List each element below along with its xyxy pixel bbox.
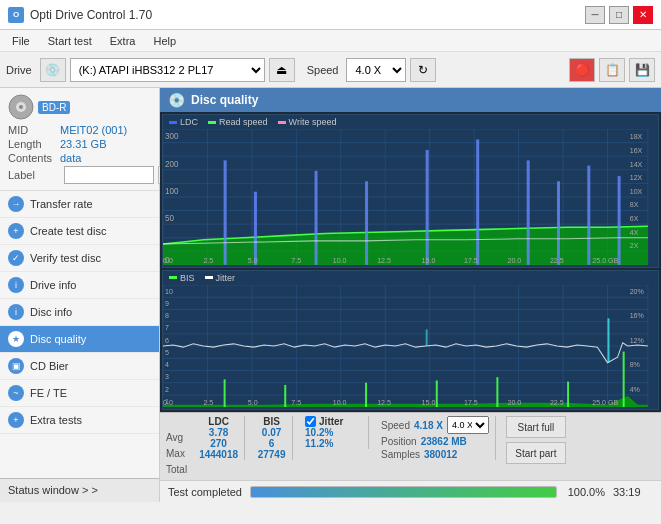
content-area: 💿 Disc quality LDC Read speed: [160, 88, 661, 502]
svg-rect-32: [426, 150, 429, 265]
sidebar-item-extra-tests[interactable]: + Extra tests: [0, 407, 159, 434]
disc-quality-header-icon: 💿: [168, 92, 185, 108]
info-button[interactable]: 📋: [599, 58, 625, 82]
svg-text:12.5: 12.5: [377, 256, 391, 265]
bis-total: 27749: [258, 449, 286, 460]
app-icon: O: [8, 7, 24, 23]
menu-file[interactable]: File: [4, 33, 38, 49]
jitter-header: Jitter: [319, 416, 343, 427]
svg-rect-95: [607, 318, 609, 362]
jitter-legend: Jitter: [205, 273, 236, 283]
nav-label-fe-te: FE / TE: [30, 387, 67, 399]
svg-rect-88: [224, 379, 226, 407]
sidebar-item-disc-info[interactable]: i Disc info: [0, 299, 159, 326]
settings-button[interactable]: 🔴: [569, 58, 595, 82]
svg-text:2.5: 2.5: [203, 397, 213, 406]
speed-stat-value: 4.18 X: [414, 420, 443, 431]
svg-text:10.0: 10.0: [333, 256, 347, 265]
svg-text:14X: 14X: [630, 160, 643, 169]
svg-rect-30: [315, 171, 318, 265]
speed-stat-select[interactable]: 4.0 X: [447, 416, 489, 434]
disc-info-icon: i: [8, 304, 24, 320]
svg-text:25.0 GB: 25.0 GB: [592, 397, 618, 406]
bis-avg: 0.07: [262, 427, 281, 438]
menu-start-test[interactable]: Start test: [40, 33, 100, 49]
sidebar-item-cd-bier[interactable]: ▣ CD Bier: [0, 353, 159, 380]
bottom-chart-svg: 10 9 8 7 6 5 4 3 2 1 20% 16% 12% 8% 4%: [163, 285, 658, 407]
title-bar: O Opti Drive Control 1.70 ─ □ ✕: [0, 0, 661, 30]
content-header: 💿 Disc quality: [160, 88, 661, 112]
bis-legend: BIS: [169, 273, 195, 283]
start-part-button[interactable]: Start part: [506, 442, 566, 464]
disc-label-input[interactable]: [64, 166, 154, 184]
length-label: Length: [8, 138, 60, 150]
svg-rect-92: [496, 377, 498, 407]
progress-time: 33:19: [613, 486, 653, 498]
close-button[interactable]: ✕: [633, 6, 653, 24]
jitter-max: 11.2%: [305, 438, 362, 449]
svg-rect-33: [476, 139, 479, 264]
sidebar-nav: → Transfer rate + Create test disc ✓ Ver…: [0, 191, 159, 478]
svg-text:7.5: 7.5: [291, 256, 301, 265]
svg-text:4: 4: [165, 360, 169, 369]
bis-header: BIS: [263, 416, 280, 427]
nav-label-create-test-disc: Create test disc: [30, 225, 106, 237]
nav-label-disc-info: Disc info: [30, 306, 72, 318]
verify-test-icon: ✓: [8, 250, 24, 266]
app-title: Opti Drive Control 1.70: [30, 8, 152, 22]
nav-label-drive-info: Drive info: [30, 279, 76, 291]
svg-rect-31: [365, 181, 368, 265]
bis-legend-dot: [169, 276, 177, 279]
maximize-button[interactable]: □: [609, 6, 629, 24]
sidebar-item-transfer-rate[interactable]: → Transfer rate: [0, 191, 159, 218]
ldc-total: 1444018: [199, 449, 238, 460]
svg-text:10.0: 10.0: [333, 397, 347, 406]
sidebar-item-fe-te[interactable]: ~ FE / TE: [0, 380, 159, 407]
content-header-title: Disc quality: [191, 93, 258, 107]
svg-text:0.0: 0.0: [163, 256, 173, 265]
progress-percent: 100.0%: [565, 486, 605, 498]
bis-legend-label: BIS: [180, 273, 195, 283]
drive-icon-btn[interactable]: 💿: [40, 58, 66, 82]
disc-header: BD-R: [8, 94, 151, 120]
svg-text:12.5: 12.5: [377, 397, 391, 406]
svg-rect-89: [284, 385, 286, 407]
speed-select[interactable]: 4.0 X: [346, 58, 406, 82]
jitter-checkbox[interactable]: [305, 416, 316, 427]
refresh-button[interactable]: ↻: [410, 58, 436, 82]
status-window-label: Status window > >: [8, 484, 98, 496]
disc-mid-row: MID MEIT02 (001): [8, 124, 151, 136]
jitter-avg: 10.2%: [305, 427, 362, 438]
start-full-button[interactable]: Start full: [506, 416, 566, 438]
sidebar-item-verify-test-disc[interactable]: ✓ Verify test disc: [0, 245, 159, 272]
title-bar-left: O Opti Drive Control 1.70: [8, 7, 152, 23]
svg-text:12%: 12%: [630, 335, 645, 344]
title-bar-controls: ─ □ ✕: [585, 6, 653, 24]
svg-rect-90: [365, 383, 367, 407]
eject-button[interactable]: ⏏: [269, 58, 295, 82]
nav-label-extra-tests: Extra tests: [30, 414, 82, 426]
menu-extra[interactable]: Extra: [102, 33, 144, 49]
svg-text:300: 300: [165, 132, 179, 141]
svg-rect-37: [618, 176, 621, 265]
status-window-button[interactable]: Status window > >: [0, 478, 159, 502]
save-button[interactable]: 💾: [629, 58, 655, 82]
svg-text:50: 50: [165, 214, 174, 223]
toolbar: Drive 💿 (K:) ATAPI iHBS312 2 PL17 ⏏ Spee…: [0, 52, 661, 88]
status-text: Test completed: [168, 486, 242, 498]
drive-select[interactable]: (K:) ATAPI iHBS312 2 PL17: [70, 58, 265, 82]
drive-info-icon: i: [8, 277, 24, 293]
nav-label-verify-test-disc: Verify test disc: [30, 252, 101, 264]
svg-text:20.0: 20.0: [507, 397, 521, 406]
action-buttons: Start full Start part: [502, 416, 570, 464]
nav-label-transfer-rate: Transfer rate: [30, 198, 93, 210]
sidebar-item-create-test-disc[interactable]: + Create test disc: [0, 218, 159, 245]
write-speed-legend: Write speed: [278, 117, 337, 127]
main-area: BD-R MID MEIT02 (001) Length 23.31 GB Co…: [0, 88, 661, 502]
sidebar-item-disc-quality[interactable]: ★ Disc quality: [0, 326, 159, 353]
svg-text:7.5: 7.5: [291, 397, 301, 406]
disc-length-row: Length 23.31 GB: [8, 138, 151, 150]
menu-help[interactable]: Help: [145, 33, 184, 49]
sidebar-item-drive-info[interactable]: i Drive info: [0, 272, 159, 299]
minimize-button[interactable]: ─: [585, 6, 605, 24]
